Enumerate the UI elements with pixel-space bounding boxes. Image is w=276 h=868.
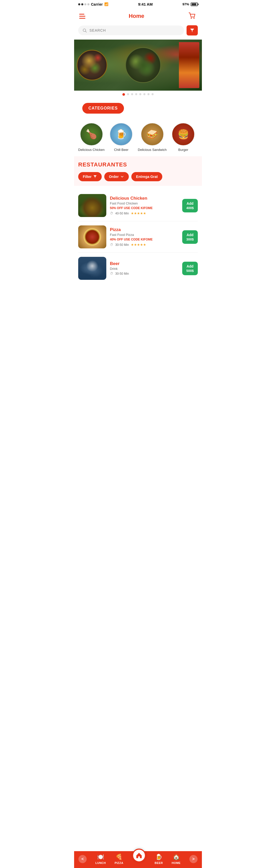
add-label-pizza: Add [187, 233, 193, 237]
add-button-chicken[interactable]: Add 400$ [182, 199, 198, 212]
search-input[interactable] [89, 28, 180, 32]
add-label-chicken: Add [187, 202, 193, 206]
category-item-burger[interactable]: Burger [172, 123, 195, 152]
chicken-art [78, 194, 106, 217]
battery-percent: 97% [183, 2, 189, 6]
svg-point-1 [193, 18, 195, 19]
restaurant-card-beer: Beer Drink ⏱ 30-50 Min Add 500$ [78, 253, 198, 284]
restaurant-meta-pizza: ⏱ 30-50 Min ★★★★★ [110, 243, 178, 247]
status-bar: Carrier 📶 9:41 AM 97% [74, 0, 202, 8]
filter-button[interactable]: Filter [78, 172, 102, 181]
restaurant-name-pizza[interactable]: Pizza [110, 227, 178, 232]
restaurant-info-pizza: Pizza Fast Food Pizza 40% OFF USE CODE K… [110, 227, 178, 247]
dot-2[interactable] [127, 93, 129, 95]
restaurantes-title: RESTAURANTES [78, 161, 198, 168]
entrega-button[interactable]: Entrega Grat [131, 172, 162, 181]
cart-button[interactable] [188, 11, 197, 21]
add-button-pizza[interactable]: Add 300$ [182, 230, 198, 244]
dot-1[interactable] [122, 93, 125, 96]
restaurant-name-chicken[interactable]: Delicious Chicken [110, 196, 178, 201]
restaurant-card-chicken: Delicious Chicken Fast Food Chicken 50% … [78, 190, 198, 221]
restaurant-type-beer: Drink [110, 267, 178, 271]
order-label: Order [109, 175, 118, 179]
category-label-burger: Burger [178, 148, 188, 152]
category-item-sandwich[interactable]: Delicious Sandwich [138, 123, 167, 152]
restaurantes-section: RESTAURANTES Filter Order Entrega Grat [74, 156, 202, 186]
chevron-down-icon [120, 175, 124, 179]
svg-line-3 [85, 31, 86, 32]
category-item-beer[interactable]: Chill Beer [110, 123, 133, 152]
category-label-chicken: Delicious Chicken [78, 148, 105, 152]
restaurant-list: Delicious Chicken Fast Food Chicken 50% … [74, 186, 202, 304]
search-row [74, 25, 202, 39]
restaurant-info-beer: Beer Drink ⏱ 30-50 Min [110, 261, 178, 276]
search-icon [82, 28, 87, 33]
status-time: 9:41 AM [138, 2, 153, 6]
carrier-label: Carrier [91, 2, 103, 6]
battery-fill [192, 3, 196, 5]
category-item-chicken[interactable]: Delicious Chicken [78, 123, 105, 152]
add-button-beer[interactable]: Add 500$ [182, 262, 198, 275]
status-right: 97% [183, 2, 198, 6]
category-image-burger [172, 123, 195, 146]
restaurant-image-beer [78, 257, 106, 280]
order-button[interactable]: Order [104, 172, 129, 181]
filter-funnel-icon [93, 175, 97, 179]
dot-7[interactable] [147, 93, 149, 95]
menu-button[interactable] [79, 14, 85, 19]
restaurant-promo-pizza: 40% OFF USE CODE KIFOME [110, 238, 178, 241]
svg-point-0 [191, 18, 192, 19]
dot-3[interactable] [131, 93, 133, 95]
banner-carousel[interactable] [74, 39, 202, 100]
banner-image [74, 39, 202, 91]
add-label-beer: Add [187, 264, 193, 268]
categories-section: CATEGORIES [74, 103, 202, 123]
food-plate-1 [77, 50, 107, 81]
dot-6[interactable] [143, 93, 145, 95]
menu-line-3 [79, 18, 85, 19]
filter-row: Filter Order Entrega Grat [78, 172, 198, 183]
filter-icon-button[interactable] [187, 25, 198, 35]
filter-label: Filter [83, 175, 91, 179]
search-container[interactable] [78, 26, 184, 35]
restaurant-image-chicken [78, 194, 106, 217]
restaurant-type-chicken: Fast Food Chicken [110, 202, 178, 205]
restaurant-time-pizza: 30-50 Min [115, 243, 129, 247]
category-label-beer: Chill Beer [114, 148, 128, 152]
header: Home [74, 8, 202, 25]
clock-icon-pizza: ⏱ [110, 243, 113, 247]
category-image-beer [110, 123, 133, 146]
signal-dot-1 [78, 3, 80, 5]
category-list: Delicious Chicken Chill Beer Delicious S… [74, 123, 202, 154]
restaurant-promo-chicken: 50% OFF USE CODE KIFOME [110, 206, 178, 210]
restaurant-name-beer[interactable]: Beer [110, 261, 178, 266]
dot-5[interactable] [139, 93, 141, 95]
restaurant-meta-beer: ⏱ 30-50 Min [110, 272, 178, 276]
entrega-label: Entrega Grat [136, 175, 158, 179]
restaurant-meta-chicken: ⏱ 40-50 Min ★★★★★ [110, 211, 178, 215]
category-image-sandwich [141, 123, 164, 146]
add-price-chicken: 400$ [186, 206, 194, 210]
pizza-art [78, 225, 106, 248]
restaurant-time-beer: 30-50 Min [115, 272, 129, 276]
restaurant-card-pizza: Pizza Fast Food Pizza 40% OFF USE CODE K… [78, 221, 198, 253]
status-left: Carrier 📶 [78, 2, 108, 6]
add-price-beer: 500$ [186, 269, 194, 273]
add-price-pizza: 300$ [186, 238, 194, 241]
restaurant-info-chicken: Delicious Chicken Fast Food Chicken 50% … [110, 196, 178, 215]
banner-peek [179, 42, 199, 88]
clock-icon-beer: ⏱ [110, 272, 113, 276]
categories-button[interactable]: CATEGORIES [82, 103, 124, 114]
battery-icon [191, 3, 198, 6]
signal-dot-2 [81, 3, 83, 5]
restaurant-stars-pizza: ★★★★★ [131, 243, 146, 247]
page-title: Home [129, 13, 144, 20]
clock-icon-chicken: ⏱ [110, 211, 113, 215]
dot-8[interactable] [151, 93, 154, 95]
restaurant-stars-chicken: ★★★★★ [131, 211, 146, 215]
dot-4[interactable] [135, 93, 137, 95]
signal-dots [78, 3, 89, 5]
category-label-sandwich: Delicious Sandwich [138, 148, 167, 152]
carousel-dots [74, 91, 202, 100]
signal-dot-3 [84, 3, 86, 5]
